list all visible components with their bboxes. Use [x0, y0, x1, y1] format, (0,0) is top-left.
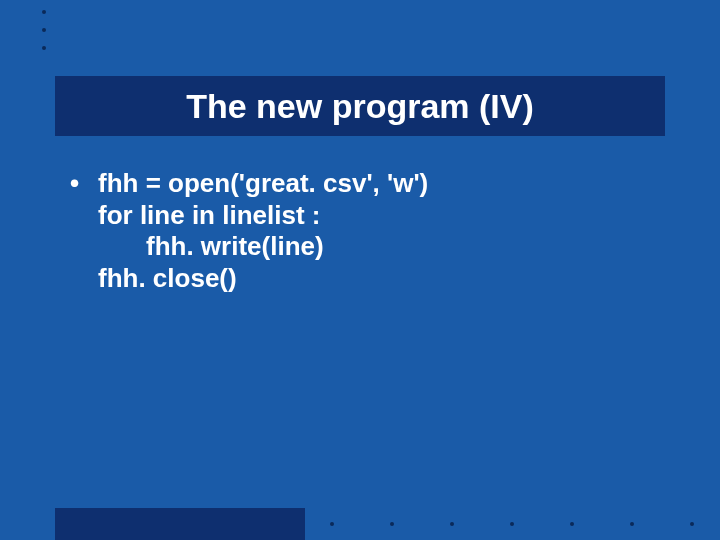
dot-icon: [42, 28, 46, 32]
code-line: for line in linelist :: [98, 200, 680, 232]
slide-title: The new program (IV): [186, 87, 534, 126]
title-band: The new program (IV): [55, 76, 665, 136]
footer-band: [55, 508, 305, 540]
code-line: fhh. write(line): [98, 231, 680, 263]
code-line: fhh. close(): [98, 263, 680, 295]
dot-icon: [570, 522, 574, 526]
decorative-dots-bottom: [330, 522, 694, 526]
body-content: • fhh = open('great. csv', 'w') for line…: [70, 168, 680, 295]
code-line: fhh = open('great. csv', 'w'): [98, 168, 680, 200]
dot-icon: [42, 46, 46, 50]
dot-icon: [450, 522, 454, 526]
dot-icon: [330, 522, 334, 526]
bullet-item: • fhh = open('great. csv', 'w') for line…: [70, 168, 680, 295]
dot-icon: [690, 522, 694, 526]
bullet-marker: •: [70, 168, 98, 295]
dot-icon: [510, 522, 514, 526]
dot-icon: [42, 10, 46, 14]
dot-icon: [630, 522, 634, 526]
bullet-body: fhh = open('great. csv', 'w') for line i…: [98, 168, 680, 295]
dot-icon: [390, 522, 394, 526]
decorative-dots-top: [42, 10, 46, 50]
